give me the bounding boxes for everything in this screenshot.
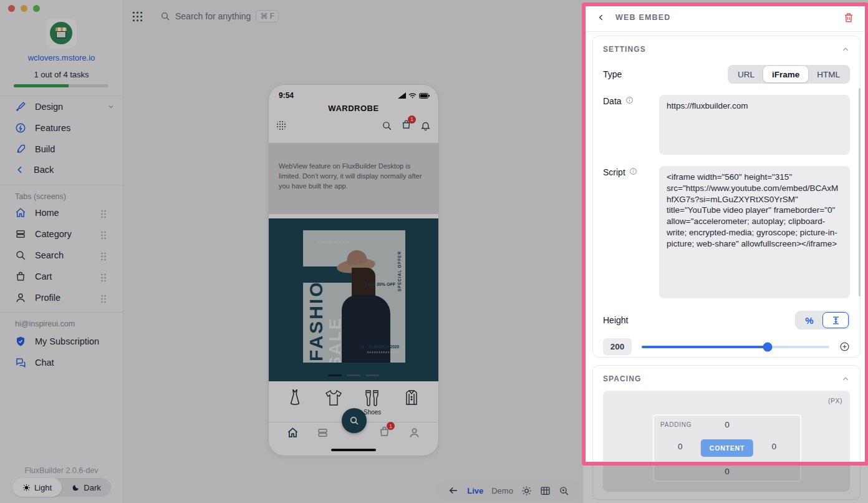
home-icon: [15, 207, 26, 218]
phone-bell-icon[interactable]: [420, 120, 431, 131]
height-value[interactable]: 200: [603, 338, 632, 355]
padding-label: PADDING: [660, 421, 692, 428]
info-icon[interactable]: [625, 96, 634, 104]
content-button[interactable]: CONTENT: [701, 439, 753, 457]
category-dress[interactable]: [287, 389, 303, 416]
sidebar-tab-profile[interactable]: Profile: [15, 292, 115, 303]
banner-title-fashion: FASHION: [306, 255, 327, 361]
apps-grid-icon[interactable]: [132, 11, 143, 22]
nav-cart-badge: 1: [387, 422, 395, 430]
tasks-progress-bar: [14, 84, 109, 87]
sidebar-item-chat[interactable]: Chat: [15, 357, 115, 368]
sidebar-tab-home[interactable]: Home: [15, 207, 115, 218]
grid-view-icon[interactable]: [540, 486, 551, 496]
padding-left-value[interactable]: 0: [678, 442, 683, 451]
unit-percent-button[interactable]: %: [796, 312, 822, 328]
spacing-section: SPACING (PX) PADDING 0 0 CONTENT 0 0: [592, 365, 861, 500]
category-shirt[interactable]: [325, 389, 342, 416]
drag-handle-icon[interactable]: [100, 295, 107, 306]
info-icon[interactable]: [629, 167, 637, 175]
sidebar-item-build[interactable]: Build: [15, 144, 115, 155]
increment-icon[interactable]: [839, 341, 850, 352]
panel-title: WEB EMBED: [615, 13, 671, 22]
category-coat[interactable]: [403, 389, 420, 416]
fashion-sale-banner-image: ›››››››››››››› FASHION SALE SPECIAL OFFE…: [303, 230, 405, 363]
dynamic-menu-icon[interactable]: [276, 120, 286, 130]
collapse-settings-icon[interactable]: [841, 45, 850, 54]
app-version-label: FluxBuilder 2.0.6-dev: [0, 466, 123, 475]
drag-handle-icon[interactable]: [100, 273, 107, 285]
category-shoes[interactable]: Shoes: [364, 389, 381, 416]
sidebar-tab-label: Cart: [35, 271, 52, 281]
demo-mode-tab[interactable]: Demo: [491, 486, 513, 496]
nav-profile-icon[interactable]: [408, 427, 420, 439]
slider-thumb[interactable]: [763, 342, 772, 351]
drag-handle-icon[interactable]: [100, 231, 107, 242]
window-controls: [8, 5, 40, 12]
banner-discount: DISC 30% OFF: [365, 281, 395, 288]
search-fab-button[interactable]: [342, 408, 367, 433]
webview-widget[interactable]: WebView feature on FluxBuilder Desktop i…: [269, 143, 438, 214]
collapse-spacing-icon[interactable]: [841, 374, 850, 383]
theme-light-button[interactable]: Light: [12, 478, 62, 497]
delete-widget-icon[interactable]: [843, 12, 854, 23]
unit-pixels-button[interactable]: [822, 312, 849, 328]
nav-home-icon[interactable]: [287, 427, 299, 439]
sidebar-tab-category[interactable]: Category: [15, 228, 115, 240]
padding-right-value[interactable]: 0: [771, 442, 776, 451]
home-indicator: [331, 449, 376, 451]
category-icon: [15, 228, 26, 240]
minimize-window-button[interactable]: [21, 5, 27, 12]
chat-icon: [15, 357, 26, 368]
status-icons: [398, 92, 430, 99]
back-chevron-icon[interactable]: [597, 13, 605, 22]
data-input[interactable]: https://fluxbuilder.com: [659, 95, 850, 155]
battery-icon: [419, 93, 430, 99]
sidebar-tab-cart[interactable]: Cart: [15, 271, 115, 282]
sidebar-tab-label: Profile: [35, 293, 60, 303]
store-logo-icon: [50, 22, 72, 44]
theme-toggle: Light Dark: [12, 478, 111, 497]
sidebar-item-back[interactable]: Back: [15, 165, 115, 175]
maximize-window-button[interactable]: [33, 5, 40, 12]
sidebar-item-label: My Subscription: [35, 336, 99, 346]
type-option-html[interactable]: HTML: [808, 66, 849, 82]
sidebar-item-features[interactable]: Features: [15, 122, 115, 134]
padding-bottom-value[interactable]: 0: [725, 467, 730, 476]
brightness-icon[interactable]: [521, 486, 532, 496]
live-mode-tab[interactable]: Live: [467, 486, 483, 496]
cellular-icon: [398, 92, 406, 99]
phone-cart-button[interactable]: 1: [401, 119, 412, 132]
drag-handle-icon[interactable]: [100, 210, 107, 221]
search-icon: [349, 416, 359, 426]
type-option-url[interactable]: URL: [729, 66, 763, 82]
nav-category-icon[interactable]: [317, 427, 329, 439]
banner-widget[interactable]: ›››››››››››››› FASHION SALE SPECIAL OFFE…: [269, 218, 438, 381]
nav-cart-button[interactable]: 1: [379, 426, 390, 440]
type-option-iframe[interactable]: iFrame: [763, 66, 808, 82]
drag-handle-icon[interactable]: [100, 252, 107, 263]
sidebar: wclovers.mstore.io 1 out of 4 tasks Desi…: [0, 0, 123, 503]
project-logo[interactable]: [46, 18, 77, 48]
global-search-input[interactable]: Search for anything ⌘ F: [160, 10, 279, 22]
wifi-icon: [408, 92, 417, 99]
banner-page-indicator: [269, 374, 438, 376]
sidebar-item-design[interactable]: Design: [15, 101, 115, 112]
padding-top-value[interactable]: 0: [725, 420, 730, 429]
shoes-icon: [364, 389, 381, 408]
sidebar-item-subscription[interactable]: My Subscription: [15, 336, 115, 347]
height-slider[interactable]: [642, 346, 829, 348]
phone-search-icon[interactable]: [382, 120, 392, 131]
sidebar-tab-search[interactable]: Search: [15, 250, 115, 261]
project-domain-link[interactable]: wclovers.mstore.io: [0, 53, 123, 62]
settings-header: SETTINGS: [603, 45, 646, 54]
close-window-button[interactable]: [8, 5, 15, 12]
search-icon: [15, 250, 26, 261]
sidebar-tab-label: Search: [35, 250, 64, 260]
back-arrow-icon[interactable]: [448, 485, 459, 496]
zoom-in-icon[interactable]: [559, 486, 569, 496]
panel-scrollbar[interactable]: [859, 88, 861, 296]
theme-dark-button[interactable]: Dark: [62, 478, 111, 497]
script-input[interactable]: <iframe width="560" height="315" src="ht…: [659, 166, 850, 298]
spacing-editor: (PX) PADDING 0 0 CONTENT 0 0: [603, 391, 850, 492]
